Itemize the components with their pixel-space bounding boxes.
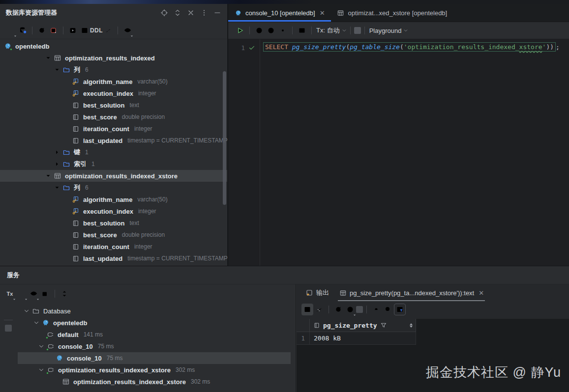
tree-row-label: execution_index xyxy=(83,208,133,215)
table-icon xyxy=(337,9,345,17)
tx-mode-icon[interactable]: Tx xyxy=(4,288,16,300)
filter-rows-icon[interactable] xyxy=(394,304,406,315)
hide-panel-icon[interactable] xyxy=(213,9,221,17)
grid-view-icon[interactable] xyxy=(301,304,313,315)
chevron-down-icon[interactable] xyxy=(403,28,408,33)
chevron-down-icon[interactable] xyxy=(23,307,30,315)
tree-row-column[interactable]: execution_index integer xyxy=(0,205,227,217)
search-icon[interactable] xyxy=(382,304,394,315)
tab-output[interactable]: 输出 xyxy=(301,284,333,301)
tree-row-indexes-folder[interactable]: 索引 1 xyxy=(0,158,227,170)
sort-toggle-icon[interactable] xyxy=(410,323,413,328)
view-options-icon[interactable] xyxy=(28,288,39,300)
service-row-xstore-session[interactable]: optimization_results_indexed_xstore 302 … xyxy=(0,364,296,376)
tab-result[interactable]: pg_size_pretty(pg_ta...ndexed_xstore')):… xyxy=(335,284,488,301)
chart-view-icon[interactable] xyxy=(313,304,325,315)
chevron-right-icon[interactable] xyxy=(53,148,61,156)
close-icon[interactable]: ✕ xyxy=(320,9,325,17)
settings-gear-icon[interactable] xyxy=(277,25,289,36)
tree-row-column[interactable]: best_score double precision xyxy=(0,229,227,241)
parameters-icon[interactable] xyxy=(265,25,277,36)
service-row-openteledb[interactable]: openteledb xyxy=(0,317,296,329)
jump-to-console-icon[interactable] xyxy=(48,25,60,36)
editor-body[interactable]: 1 SELECT pg_size_pretty(pg_table_size('o… xyxy=(228,39,569,266)
tree-row-column[interactable]: iteration_count integer xyxy=(0,241,227,252)
datasource-properties-icon[interactable] xyxy=(17,25,29,36)
stop-button-disabled xyxy=(354,27,361,34)
open-in-new-tab-icon[interactable] xyxy=(39,288,51,300)
close-icon[interactable]: ✕ xyxy=(479,289,484,297)
row-number: 1 xyxy=(297,332,310,345)
sql-code[interactable]: SELECT pg_size_pretty(pg_table_size('opt… xyxy=(260,39,560,266)
tree-row-type: integer xyxy=(134,243,152,250)
locate-icon[interactable] xyxy=(160,9,168,17)
result-toolbar xyxy=(297,301,569,318)
grid-data-row[interactable]: 1 2008 kB xyxy=(297,332,569,345)
chevron-down-icon[interactable] xyxy=(32,319,40,327)
tree-row-label: last_updated xyxy=(83,137,122,144)
ddl-button[interactable]: DDL xyxy=(90,25,102,36)
tree-row-column[interactable]: best_solution text xyxy=(0,99,227,111)
tx-mode-selector[interactable]: Tx: 自动 xyxy=(316,26,340,35)
tab-console-10[interactable]: console_10 [openteledb] ✕ xyxy=(228,4,331,22)
services-header: 服务 xyxy=(0,266,569,284)
refresh-icon[interactable] xyxy=(332,304,344,315)
tree-row-column[interactable]: iteration_count integer xyxy=(0,123,227,135)
in-editor-results-icon[interactable] xyxy=(296,25,308,36)
expand-all-icon[interactable] xyxy=(59,288,70,300)
filter-funnel-icon[interactable] xyxy=(380,321,388,329)
collapse-all-icon[interactable] xyxy=(187,9,195,17)
tree-row-column[interactable]: best_solution text xyxy=(0,217,227,229)
tree-scrollbar[interactable] xyxy=(223,71,226,205)
refresh-icon[interactable] xyxy=(36,25,48,36)
tab-xstore-data[interactable]: optimizat...xed_xstore [openteledb] xyxy=(331,4,453,22)
chevron-down-icon[interactable] xyxy=(53,66,61,74)
tree-row-count: 6 xyxy=(85,66,89,73)
auto-refresh-icon[interactable] xyxy=(344,304,356,315)
tree-row-table-xstore[interactable]: optimization_results_indexed_xstore xyxy=(0,170,227,182)
chevron-right-icon[interactable] xyxy=(53,160,61,168)
tree-row-column[interactable]: last_updated timestamp = CURRENT_TIMESTA… xyxy=(0,252,227,264)
run-button[interactable] xyxy=(234,25,246,36)
expand-all-icon[interactable] xyxy=(174,9,181,17)
tree-row-column[interactable]: algorithm_name varchar(50) xyxy=(0,76,227,87)
cell-pg-size-pretty[interactable]: 2008 kB xyxy=(310,332,416,345)
playground-selector[interactable]: Playground xyxy=(369,27,402,34)
service-row-xstore-table[interactable]: optimization_results_indexed_xstore 302 … xyxy=(0,376,296,388)
add-service-button[interactable] xyxy=(16,288,28,300)
chevron-down-icon[interactable] xyxy=(37,366,45,374)
service-row-database[interactable]: Database xyxy=(0,305,296,317)
tab-label: console_10 [openteledb] xyxy=(245,9,315,17)
pin-tab-icon[interactable] xyxy=(370,304,382,315)
tree-row-label: best_solution xyxy=(83,102,125,109)
chevron-down-icon[interactable] xyxy=(342,28,347,33)
chevron-down-icon[interactable] xyxy=(53,184,61,192)
goto-ddl-icon[interactable] xyxy=(102,25,114,36)
tree-row-columns-folder[interactable]: 列 6 xyxy=(0,182,227,194)
output-console-icon xyxy=(305,289,313,297)
tree-row-column[interactable]: best_score double precision xyxy=(0,111,227,123)
tree-row-column[interactable]: execution_index integer xyxy=(0,87,227,99)
service-row-default-session[interactable]: default 141 ms xyxy=(0,329,296,340)
service-row-console10-selected[interactable]: console_10 75 ms xyxy=(18,352,291,364)
tree-row-column[interactable]: last_updated timestamp = CURRENT_TIMESTA… xyxy=(0,135,227,146)
service-row-console10-session[interactable]: console_10 75 ms xyxy=(0,340,296,352)
collapse-all-icon[interactable] xyxy=(70,288,82,300)
tree-row-table-indexed[interactable]: optimization_results_indexed xyxy=(0,52,227,64)
tree-row-column[interactable]: algorithm_name varchar(50) xyxy=(0,194,227,205)
tree-row-keys-folder[interactable]: 键 1 xyxy=(0,146,227,158)
chevron-down-icon[interactable] xyxy=(44,172,52,180)
open-console-icon[interactable] xyxy=(67,25,79,36)
editor-toolbar: Tx: 自动 Playground xyxy=(228,22,569,39)
more-options-icon[interactable] xyxy=(200,9,208,17)
column-header-pg-size-pretty[interactable]: pg_size_pretty xyxy=(310,319,416,332)
tree-row-openteledb[interactable]: openteledb xyxy=(0,40,227,52)
new-datasource-button[interactable] xyxy=(5,25,17,36)
chevron-down-icon[interactable] xyxy=(37,342,45,350)
history-icon[interactable] xyxy=(253,25,265,36)
tree-row-type: varchar(50) xyxy=(137,196,167,203)
postgres-icon xyxy=(56,354,63,362)
tree-row-columns-folder[interactable]: 列 6 xyxy=(0,64,227,76)
chevron-down-icon[interactable] xyxy=(44,54,52,62)
view-options-icon[interactable] xyxy=(121,25,133,36)
